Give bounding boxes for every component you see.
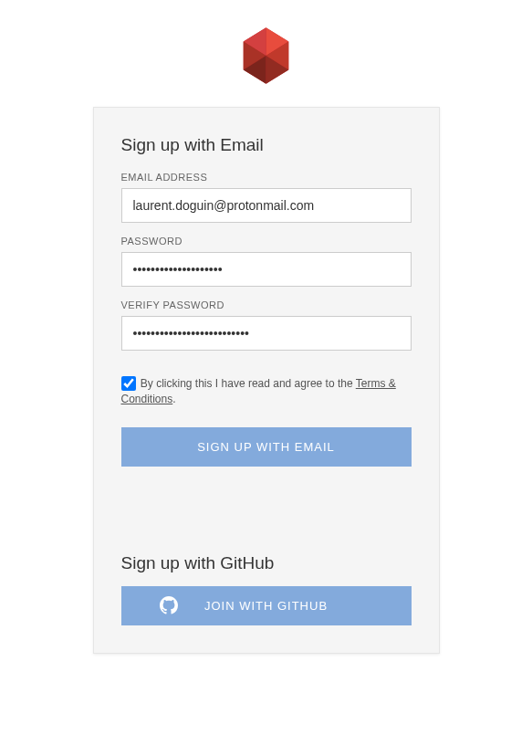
email-group: EMAIL ADDRESS bbox=[121, 172, 412, 223]
signup-email-button[interactable]: SIGN UP WITH EMAIL bbox=[121, 427, 412, 467]
signup-card: Sign up with Email EMAIL ADDRESS PASSWOR… bbox=[93, 107, 440, 654]
email-label: EMAIL ADDRESS bbox=[121, 172, 412, 183]
email-signup-heading: Sign up with Email bbox=[121, 135, 412, 155]
verify-password-input[interactable] bbox=[121, 316, 412, 351]
verify-password-group: VERIFY PASSWORD bbox=[121, 299, 412, 351]
github-icon bbox=[160, 596, 178, 614]
signup-email-button-label: SIGN UP WITH EMAIL bbox=[197, 440, 335, 454]
terms-checkbox[interactable] bbox=[121, 376, 136, 391]
password-label: PASSWORD bbox=[121, 236, 412, 247]
logo-container bbox=[0, 0, 532, 107]
github-signup-heading: Sign up with GitHub bbox=[121, 553, 412, 573]
clever-cloud-logo-icon bbox=[241, 27, 291, 84]
password-input[interactable] bbox=[121, 252, 412, 287]
terms-row: By clicking this I have read and agree t… bbox=[121, 376, 412, 407]
email-input[interactable] bbox=[121, 188, 412, 223]
signup-github-button[interactable]: JOIN WITH GITHUB bbox=[121, 586, 412, 625]
terms-text-prefix: By clicking this I have read and agree t… bbox=[138, 377, 356, 390]
verify-password-label: VERIFY PASSWORD bbox=[121, 299, 412, 310]
signup-github-button-label: JOIN WITH GITHUB bbox=[204, 599, 328, 613]
github-section: Sign up with GitHub JOIN WITH GITHUB bbox=[121, 553, 412, 625]
terms-text-suffix: . bbox=[172, 393, 175, 405]
password-group: PASSWORD bbox=[121, 236, 412, 287]
